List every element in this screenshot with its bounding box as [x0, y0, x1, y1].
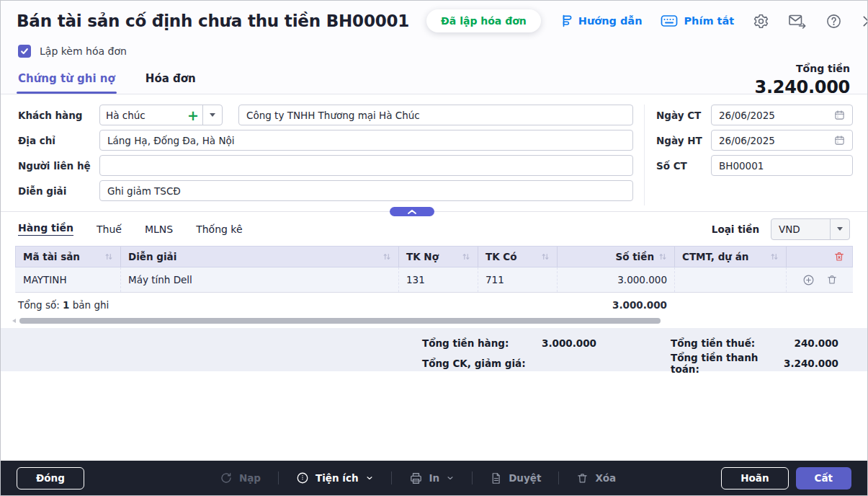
- guide-link[interactable]: Hướng dẫn: [558, 14, 643, 28]
- doc-no-input[interactable]: BH00001: [711, 155, 853, 176]
- customer-name-input[interactable]: Công ty TNHH Thương mại Hà Chúc: [238, 105, 633, 125]
- invoice-checkbox-label[interactable]: Lập kèm hóa đơn: [40, 45, 127, 57]
- footer-divider: [472, 471, 473, 484]
- col-asset-code[interactable]: Mã tài sản: [16, 247, 121, 267]
- col-actions: [787, 247, 852, 267]
- invoice-checkbox[interactable]: [18, 45, 31, 58]
- totals-summary: Tổng tiền hàng: 3.000.000 Tổng CK, giảm …: [1, 328, 867, 371]
- table-total-row: Tổng số: 1 bản ghi 3.000.000: [15, 293, 853, 316]
- close-button[interactable]: [861, 14, 868, 29]
- cell-credit-account[interactable]: 711: [478, 267, 558, 292]
- tab-line-items[interactable]: Hàng tiền: [18, 222, 73, 236]
- tab-statistics[interactable]: Thống kê: [196, 223, 242, 235]
- customer-dropdown-button[interactable]: [202, 105, 222, 125]
- save-button[interactable]: Cất: [796, 467, 851, 490]
- scroll-left-arrow[interactable]: [12, 319, 16, 323]
- tab-mlns[interactable]: MLNS: [145, 223, 173, 235]
- grand-total-label: Tổng tiền: [755, 63, 850, 74]
- col-debit-account[interactable]: TK Nợ: [399, 247, 478, 267]
- footer-divider: [278, 471, 279, 484]
- tab-tax[interactable]: Thuế: [97, 223, 122, 235]
- scrollbar-thumb[interactable]: [19, 318, 661, 324]
- help-icon: [826, 13, 842, 30]
- postpone-button[interactable]: Hoãn: [721, 467, 788, 490]
- currency-group: Loại tiền VND: [712, 218, 850, 240]
- customer-code-value[interactable]: Hà chúc: [100, 105, 184, 125]
- calendar-icon[interactable]: [834, 135, 845, 146]
- summary-right-group: Tổng tiền thuế: 240.000 Tổng tiền thanh …: [671, 333, 838, 373]
- currency-label: Loại tiền: [712, 223, 759, 235]
- help-button[interactable]: [826, 13, 842, 30]
- gear-icon: [753, 13, 769, 30]
- settings-button[interactable]: [753, 13, 769, 30]
- form-left-column: Khách hàng Hà chúc + Công ty TNHH Thương…: [1, 105, 644, 205]
- date-ct-input[interactable]: 26/06/2025: [711, 105, 853, 125]
- delete-all-rows-icon[interactable]: [833, 251, 845, 262]
- col-project[interactable]: CTMT, dự án: [675, 247, 787, 267]
- address-input[interactable]: Láng Hạ, Đống Đa, Hà Nội: [99, 130, 633, 151]
- sort-icon[interactable]: [462, 252, 470, 261]
- shortcut-link[interactable]: Phím tắt: [661, 14, 734, 28]
- sort-icon[interactable]: [382, 252, 391, 261]
- reload-button[interactable]: Nạp: [220, 471, 261, 484]
- line-items-table: Mã tài sản Diễn giải TK Nợ TK Có Số tiền…: [15, 246, 853, 316]
- col-amount[interactable]: Số tiền: [558, 247, 675, 267]
- collapse-form-button[interactable]: [390, 207, 434, 216]
- utilities-button[interactable]: Tiện ích: [296, 471, 374, 484]
- description-input[interactable]: Ghi giảm TSCĐ: [99, 180, 633, 201]
- table-row[interactable]: MAYTINH Máy tính Dell 131 711 3.000.000: [15, 267, 853, 293]
- tab-invoice[interactable]: Hóa đơn: [146, 72, 196, 94]
- print-button[interactable]: In: [409, 471, 455, 485]
- contact-input[interactable]: [99, 155, 633, 176]
- date-ht-input[interactable]: 26/06/2025: [711, 130, 853, 151]
- info-circle-icon: [296, 471, 309, 484]
- summary-left-group: Tổng tiền hàng: 3.000.000 Tổng CK, giảm …: [422, 333, 596, 373]
- grand-total-block: Tổng tiền 3.240.000: [755, 63, 850, 97]
- cell-project[interactable]: [675, 267, 787, 292]
- close-icon: [861, 14, 868, 29]
- contact-label: Người liên hệ: [18, 160, 99, 172]
- sort-icon[interactable]: [770, 252, 779, 261]
- sort-icon[interactable]: [541, 252, 550, 261]
- summary-goods-label: Tổng tiền hàng:: [422, 337, 509, 349]
- mail-send-icon: [788, 13, 807, 29]
- currency-select[interactable]: VND: [771, 218, 850, 240]
- chevron-down-icon: [446, 474, 455, 482]
- cell-description[interactable]: Máy tính Dell: [121, 267, 399, 292]
- summary-tax-value: 240.000: [795, 337, 839, 349]
- invoice-checkbox-row: Lập kèm hóa đơn: [1, 41, 867, 61]
- delete-button[interactable]: Xóa: [576, 472, 616, 484]
- tab-debit-voucher[interactable]: Chứng từ ghi nợ: [18, 72, 115, 94]
- calendar-icon[interactable]: [834, 110, 845, 120]
- refresh-icon: [220, 471, 233, 484]
- currency-dropdown-button[interactable]: [830, 219, 849, 239]
- cell-debit-account[interactable]: 131: [399, 267, 478, 292]
- row-actions: [787, 267, 853, 292]
- customer-code-combo[interactable]: Hà chúc +: [99, 105, 223, 125]
- add-customer-icon[interactable]: +: [184, 105, 202, 125]
- delete-row-icon[interactable]: [826, 274, 838, 285]
- cell-asset-code[interactable]: MAYTINH: [16, 267, 121, 292]
- col-credit-account[interactable]: TK Có: [478, 247, 558, 267]
- table-header: Mã tài sản Diễn giải TK Nợ TK Có Số tiền…: [15, 246, 853, 267]
- summary-payment-value: 3.240.000: [784, 358, 838, 369]
- cell-amount[interactable]: 3.000.000: [558, 267, 675, 292]
- page-title: Bán tài sản cố định chưa thu tiền BH0000…: [17, 12, 409, 30]
- empty-area: [1, 371, 867, 461]
- close-dialog-button[interactable]: Đóng: [17, 467, 84, 490]
- send-feedback-button[interactable]: [788, 13, 807, 29]
- doc-no-label: Số CT: [656, 160, 711, 172]
- approve-button[interactable]: Duyệt: [490, 472, 541, 484]
- summary-goods-value: 3.000.000: [542, 337, 596, 349]
- sort-icon[interactable]: [658, 252, 667, 261]
- add-row-icon[interactable]: [802, 274, 815, 286]
- footer-divider: [391, 471, 392, 484]
- grand-total-value: 3.240.000: [755, 77, 850, 97]
- col-description[interactable]: Diễn giải: [121, 247, 399, 267]
- chevron-down-icon: [365, 474, 374, 482]
- sort-icon[interactable]: [104, 252, 113, 261]
- detail-tabs: Hàng tiền Thuế MLNS Thống kê Loại tiền V…: [1, 212, 867, 246]
- footer-actions: Nạp Tiện ích In: [220, 471, 616, 485]
- address-label: Địa chỉ: [18, 135, 99, 146]
- form-right-column: Ngày CT 26/06/2025 Ngày HT 26/06/2025: [644, 105, 867, 205]
